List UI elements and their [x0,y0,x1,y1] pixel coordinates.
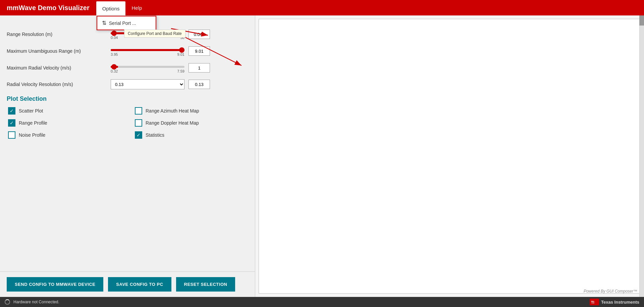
range-azimuth-item[interactable]: Range Azimuth Heat Map [135,107,248,115]
noise-profile-checkbox[interactable] [8,131,15,139]
status-left: Hardware not Connected. [5,299,59,305]
header-menu: Options ⇅ Serial Port ... Help [96,0,148,15]
range-resolution-label: Range Resolution (m) [7,32,111,37]
radial-velocity-res-row: Radial Velocity Resolution (m/s) 0.13 0.… [7,79,248,89]
max-velocity-row: Maximum Radial Velocity (m/s) 0.32 7.59 [7,62,248,73]
checkbox-grid: Scatter Plot Range Azimuth Heat Map Rang… [8,107,248,139]
powered-by-text: Powered By GUI Composer™ [584,289,637,294]
bottom-buttons: SEND CONFIG TO MMWAVE DEVICE SAVE CONFIG… [0,271,255,297]
scrollbar-thumb[interactable] [639,15,644,26]
ti-text: Texas Instruments [601,300,639,305]
max-range-row: Maximum Unambiguous Range (m) 3.95 9.01 [7,46,248,56]
ti-logo-icon: TI [590,299,599,305]
max-range-max: 9.01 [177,52,184,56]
serial-port-label: Serial Port ... [109,20,136,26]
range-azimuth-checkbox[interactable] [135,107,142,115]
right-panel: Powered By GUI Composer™ [255,15,644,297]
range-profile-label: Range Profile [19,120,47,126]
max-velocity-slider-container: 0.32 7.59 [111,62,184,73]
menu-options-label: Options [102,6,120,11]
menu-help-label: Help [131,5,142,11]
max-velocity-max: 7.59 [177,69,184,73]
max-velocity-value[interactable] [189,63,210,73]
max-velocity-track[interactable] [111,66,184,68]
scatter-plot-checkbox[interactable] [8,107,15,115]
max-range-fill [111,49,184,51]
max-range-labels: 3.95 9.01 [111,52,184,56]
statistics-item[interactable]: Statistics [135,131,248,139]
status-message: Hardware not Connected. [13,300,59,304]
max-velocity-labels: 0.32 7.59 [111,69,184,73]
statistics-checkbox[interactable] [135,131,142,139]
max-range-thumb[interactable] [179,47,184,53]
serial-port-menu-item[interactable]: ⇅ Serial Port ... [97,16,156,30]
serial-port-tooltip: Configure Port and Baud Rate [124,30,185,38]
range-doppler-label: Range Doppler Heat Map [146,120,199,126]
scatter-plot-label: Scatter Plot [19,108,43,114]
range-profile-item[interactable]: Range Profile [8,119,121,127]
scatter-plot-item[interactable]: Scatter Plot [8,107,121,115]
svg-text:TI: TI [591,300,594,304]
ti-logo: TI Texas Instruments [590,299,639,305]
max-velocity-thumb[interactable] [111,64,117,70]
range-doppler-item[interactable]: Range Doppler Heat Map [135,119,248,127]
max-range-track[interactable] [111,49,184,51]
max-velocity-label: Maximum Radial Velocity (m/s) [7,65,111,71]
reset-button[interactable]: RESET SELECTION [176,277,235,292]
noise-profile-label: Noise Profile [19,132,45,138]
menu-help[interactable]: Help [125,0,148,15]
radial-velocity-res-label: Radial Velocity Resolution (m/s) [7,82,111,87]
range-doppler-checkbox[interactable] [135,119,142,127]
statistics-label: Statistics [146,132,164,138]
send-config-button[interactable]: SEND CONFIG TO MMWAVE DEVICE [7,277,103,292]
plot-selection-section: Plot Selection Scatter Plot Range Azimut… [7,95,248,139]
menu-options[interactable]: Options ⇅ Serial Port ... [96,1,126,15]
options-dropdown: ⇅ Serial Port ... [96,15,157,31]
range-resolution-value[interactable] [189,30,210,39]
range-azimuth-label: Range Azimuth Heat Map [146,108,199,114]
max-range-slider-container: 3.95 9.01 [111,46,184,56]
plot-area [259,19,641,294]
header: mmWave Demo Visualizer Options ⇅ Serial … [0,0,644,15]
right-scrollbar[interactable] [639,15,644,297]
max-range-min: 3.95 [111,52,118,56]
radial-velocity-res-select[interactable]: 0.13 0.26 0.52 [111,79,184,89]
range-res-min: 0.04 [111,36,118,40]
max-range-label: Maximum Unambiguous Range (m) [7,48,111,54]
status-bar: Hardware not Connected. TI Texas Instrum… [0,297,644,307]
serial-port-icon: ⇅ [102,20,106,26]
plot-selection-title: Plot Selection [7,95,248,102]
range-resolution-thumb[interactable] [111,31,117,36]
max-velocity-min: 0.32 [111,69,118,73]
save-config-button[interactable]: SAVE CONFIG TO PC [108,277,171,292]
radial-velocity-res-value[interactable] [189,80,210,89]
max-range-value[interactable] [189,46,210,56]
app-title: mmWave Demo Visualizer [0,0,96,15]
loading-spinner [5,299,10,305]
noise-profile-item[interactable]: Noise Profile [8,131,121,139]
main-layout: Configure Port and Baud Rate Range Resol… [0,15,644,297]
left-panel: Configure Port and Baud Rate Range Resol… [0,15,255,297]
range-profile-checkbox[interactable] [8,119,15,127]
